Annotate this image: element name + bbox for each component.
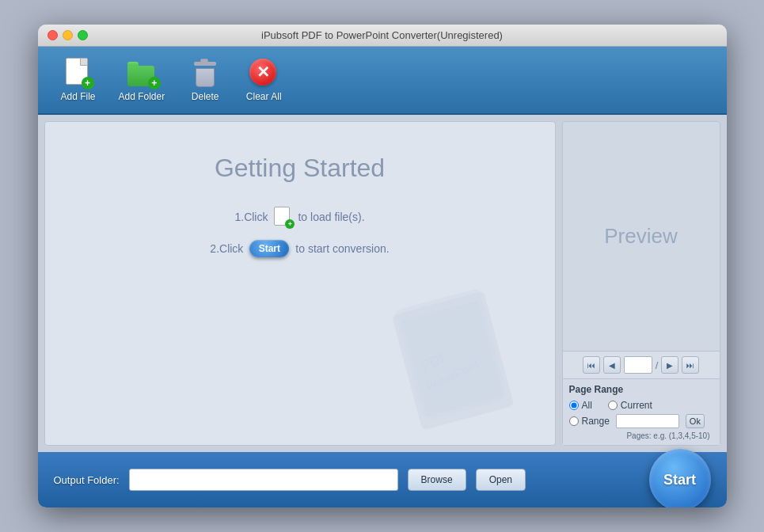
- ok-button[interactable]: Ok: [686, 414, 705, 428]
- preview-area: Preview: [563, 122, 720, 351]
- minimize-button[interactable]: [63, 30, 73, 40]
- pages-hint: Pages: e.g. (1,3,4,5-10): [569, 431, 713, 440]
- range-input[interactable]: [616, 414, 679, 428]
- step2-start-icon: Start: [249, 240, 289, 257]
- step1-icon: +: [274, 207, 291, 227]
- add-folder-button[interactable]: + Add Folder: [109, 53, 175, 107]
- page-range-section: Page Range All Current Range: [563, 378, 720, 445]
- app-window: iPubsoft PDF to PowerPoint Converter(Unr…: [38, 25, 727, 507]
- output-folder-label: Output Folder:: [54, 474, 120, 486]
- browse-button[interactable]: Browse: [408, 469, 466, 491]
- nav-last-button[interactable]: ⏭: [682, 356, 699, 374]
- current-radio[interactable]: [608, 401, 618, 410]
- nav-page-input[interactable]: [624, 356, 652, 374]
- close-button[interactable]: [48, 30, 58, 40]
- current-radio-label[interactable]: Current: [608, 400, 652, 411]
- nav-first-button[interactable]: ⏮: [583, 356, 600, 374]
- step2-prefix: 2.Click: [210, 242, 243, 255]
- traffic-lights: [48, 30, 88, 40]
- add-folder-icon: +: [127, 58, 157, 88]
- delete-icon: [190, 58, 220, 88]
- range-radio-label[interactable]: Range: [569, 416, 610, 427]
- nav-prev-button[interactable]: ◀: [603, 356, 621, 374]
- titlebar: iPubsoft PDF to PowerPoint Converter(Unr…: [38, 25, 727, 47]
- preview-panel: Preview ⏮ ◀ / ▶ ⏭ Page Range All: [562, 121, 720, 446]
- maximize-button[interactable]: [78, 30, 88, 40]
- window-title: iPubsoft PDF to PowerPoint Converter(Unr…: [261, 29, 503, 41]
- add-file-icon: +: [63, 58, 93, 88]
- main-area: Getting Started 1.Click + to load file(s…: [38, 115, 727, 452]
- bottom-bar: Output Folder: Browse Open Start: [38, 452, 727, 507]
- all-radio[interactable]: [569, 401, 579, 410]
- add-file-button[interactable]: + Add File: [51, 53, 106, 107]
- current-label: Current: [621, 400, 652, 411]
- toolbar: + Add File + Add Folder: [38, 47, 727, 115]
- nav-next-button[interactable]: ▶: [661, 356, 678, 374]
- preview-label: Preview: [604, 224, 677, 249]
- file-area: Getting Started 1.Click + to load file(s…: [44, 121, 556, 446]
- step2-start-label: Start: [259, 243, 280, 254]
- add-folder-label: Add Folder: [119, 91, 165, 102]
- step2-suffix: to start conversion.: [295, 242, 389, 255]
- svg-rect-2: [394, 288, 507, 418]
- range-label: Range: [582, 416, 610, 427]
- clear-all-icon: ✕: [249, 58, 279, 88]
- output-folder-input[interactable]: [129, 469, 398, 491]
- start-button-label: Start: [663, 472, 696, 488]
- page-range-row1: All Current: [569, 400, 713, 411]
- nav-controls: ⏮ ◀ / ▶ ⏭: [563, 351, 720, 378]
- all-label: All: [582, 400, 592, 411]
- delete-label: Delete: [192, 91, 219, 102]
- step2: 2.Click Start to start conversion.: [210, 240, 389, 257]
- delete-button[interactable]: Delete: [177, 53, 233, 107]
- page-range-row2: Range Ok: [569, 414, 713, 428]
- nav-separator: /: [656, 359, 659, 371]
- start-button[interactable]: Start: [649, 449, 711, 507]
- getting-started-title: Getting Started: [215, 154, 385, 183]
- watermark-decoration: PDF PowerPoint: [379, 269, 539, 443]
- open-button[interactable]: Open: [476, 469, 526, 491]
- clear-all-button[interactable]: ✕ Clear All: [236, 53, 291, 107]
- step1-prefix: 1.Click: [234, 211, 268, 223]
- add-file-label: Add File: [60, 91, 95, 102]
- clear-all-label: Clear All: [246, 91, 282, 102]
- all-radio-label[interactable]: All: [569, 400, 592, 411]
- step1-suffix: to load file(s).: [298, 211, 364, 223]
- range-radio[interactable]: [569, 416, 579, 426]
- page-range-title: Page Range: [569, 384, 713, 395]
- step1: 1.Click + to load file(s).: [234, 207, 364, 227]
